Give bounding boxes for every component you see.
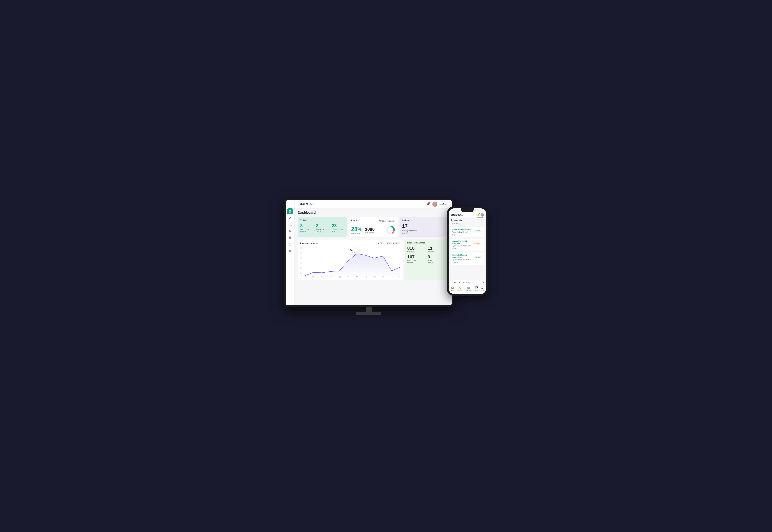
account-chevron-0[interactable]: ▾ — [482, 230, 483, 232]
snap-label-1: Reported — [428, 251, 446, 253]
phone-nav-accounts-label: Accounts — [466, 290, 472, 291]
phone-notif-icon[interactable]: 🔔 — [477, 214, 479, 216]
chart-range[interactable]: Last 12 Months ▾ — [386, 242, 401, 244]
snapshot-stat-3: 3 New A... View All → — [428, 254, 446, 264]
nav-item-edit[interactable] — [287, 215, 293, 221]
phone-nav-support[interactable]: 💬 Support — [474, 286, 479, 292]
results-card: Results COVID ▾ Today ▾ 28% 3 — [348, 217, 398, 237]
active-indicator — [466, 292, 472, 292]
bottom-row: Pharmacogenetics PGx ▾ Last 12 Months ▾ — [298, 240, 449, 280]
account-view-2[interactable]: View → — [453, 261, 483, 263]
tickets-stats: 8 New Tickets View All → 2 Assigned to M… — [300, 223, 344, 233]
ticket-stat-1: 2 Assigned to Me View All → — [316, 223, 330, 233]
cards-row: Tickets 8 New Tickets View All → 2 — [298, 217, 449, 237]
date-filter[interactable]: Today ▾ — [387, 220, 395, 222]
edit-column-button[interactable]: Edit Column — [459, 281, 470, 283]
nav-item-dashboard[interactable] — [287, 208, 293, 214]
snap-value-1: 11 — [428, 246, 446, 251]
svg-text:1000: 1000 — [300, 247, 303, 249]
svg-text:Mar: Mar — [321, 276, 323, 278]
page-title: Dashboard — [298, 211, 449, 215]
chart-legend: PGx ▾ — [378, 242, 384, 244]
svg-rect-1 — [290, 210, 291, 211]
phone-nav-specimens[interactable]: ✏️ Specimens — [457, 286, 464, 292]
claims-label: Missing Information — [402, 230, 446, 232]
sort-button[interactable]: Sort — [451, 281, 456, 283]
monitor-stand — [356, 307, 381, 316]
phone-logo: EMGENEXLIS — [451, 214, 463, 216]
tooltip-value: 941 — [350, 249, 358, 251]
account-view-0[interactable]: View → — [453, 234, 483, 236]
phone-nav-more[interactable]: ☰ More — [481, 286, 484, 292]
sidebar — [286, 200, 294, 305]
total-label: Total Results — [365, 232, 374, 234]
snapshot-stat-1: 11 Reported — [428, 246, 446, 253]
accounts-icon: 🏢 — [467, 286, 470, 289]
add-account-button[interactable]: + Add — [476, 217, 484, 218]
tooltip-date: July, 2021 — [350, 251, 358, 253]
phone-screen: EMGENEXLIS 🔔 Accounts 135 Accounts — [449, 208, 486, 294]
svg-text:300: 300 — [300, 267, 302, 269]
svg-text:600: 600 — [300, 257, 302, 259]
more-icon: ☰ — [481, 286, 484, 289]
ticket-link-0[interactable]: View All → — [300, 231, 313, 233]
claims-view-link[interactable]: View All → — [402, 232, 446, 234]
chart-controls: PGx ▾ Last 12 Months ▾ — [378, 242, 401, 244]
account-name-0: Silver Medical Group — [453, 229, 471, 231]
phone-content: Accounts 135 Accounts + Add Silver Medic… — [449, 217, 486, 280]
snap-link-3[interactable]: View All → — [428, 262, 435, 264]
phone-nav-specimens-label: Specimens — [457, 290, 464, 291]
legend-label[interactable]: PGx ▾ — [380, 242, 384, 244]
svg-text:May: May — [338, 276, 341, 278]
results-filters: COVID ▾ Today ▾ — [378, 220, 395, 222]
hamburger-icon[interactable] — [289, 203, 291, 205]
results-total: 1080 — [365, 227, 374, 232]
nav-item-users[interactable] — [287, 222, 293, 228]
account-chevron-2[interactable]: ▾ — [482, 256, 483, 258]
svg-text:100: 100 — [300, 272, 302, 274]
svg-rect-4 — [289, 238, 289, 239]
nav-item-table[interactable] — [287, 241, 293, 247]
donut-chart — [386, 225, 395, 235]
phone-header: EMGENEXLIS 🔔 — [449, 212, 486, 217]
phone-nav-home-label: Home — [451, 290, 455, 291]
svg-text:Dec: Dec — [399, 276, 401, 278]
phone-nav-home[interactable]: 🏠 Home — [451, 286, 455, 292]
notification-count — [428, 202, 431, 204]
chart-header: Pharmacogenetics PGx ▾ Last 12 Months ▾ — [300, 242, 401, 244]
results-title: Results — [351, 219, 358, 221]
dashboard-body: Dashboard Tickets 8 New Tickets — [294, 208, 452, 305]
covid-filter[interactable]: COVID ▾ — [378, 220, 386, 222]
account-item-1: Clearview Health Partners Type: General … — [451, 239, 484, 251]
nav-item-reports[interactable] — [287, 235, 293, 241]
ticket-link-2[interactable]: View All → — [332, 231, 344, 233]
account-chevron-1[interactable]: ▾ — [482, 243, 483, 244]
positive-label: 312 Positive — [351, 233, 362, 235]
chart-card: Pharmacogenetics PGx ▾ Last 12 Months ▾ — [298, 240, 403, 280]
avatar: J — [432, 202, 437, 207]
phone-notif-dot — [479, 213, 480, 214]
ticket-label-0: New Tickets — [300, 228, 313, 230]
svg-text:Jun: Jun — [347, 276, 349, 278]
nav-item-help[interactable] — [287, 228, 293, 234]
account-status-0: Active — [475, 230, 481, 232]
snap-link-2[interactable]: View All → — [407, 262, 415, 264]
phone-bottom-nav: 🏠 Home ✏️ Specimens 🏢 Accounts 💬 Support — [449, 285, 486, 294]
tickets-card: Tickets 8 New Tickets View All → 2 — [298, 217, 347, 237]
svg-text:Feb: Feb — [312, 276, 314, 278]
ticket-label-2: Opened Tickets — [332, 228, 344, 230]
ticket-link-1[interactable]: View All → — [316, 231, 328, 233]
ticket-value-1: 2 — [316, 223, 328, 228]
account-item-2: Serenity Medical Associates Type: Genera… — [451, 252, 484, 265]
snap-value-3: 3 — [428, 254, 446, 259]
notification-button[interactable] — [427, 202, 430, 206]
account-view-1[interactable]: View → — [453, 248, 483, 250]
svg-rect-0 — [289, 210, 290, 211]
phone-toolbar: Sort Edit Column — [449, 280, 486, 285]
header-right: J John Doe ▾ — [427, 202, 449, 207]
phone-camera — [470, 209, 471, 211]
search-button[interactable] — [482, 281, 484, 284]
phone-nav-accounts[interactable]: 🏢 Accounts — [466, 286, 472, 292]
user-menu[interactable]: J John Doe ▾ — [432, 202, 449, 207]
nav-item-settings[interactable] — [287, 248, 293, 254]
